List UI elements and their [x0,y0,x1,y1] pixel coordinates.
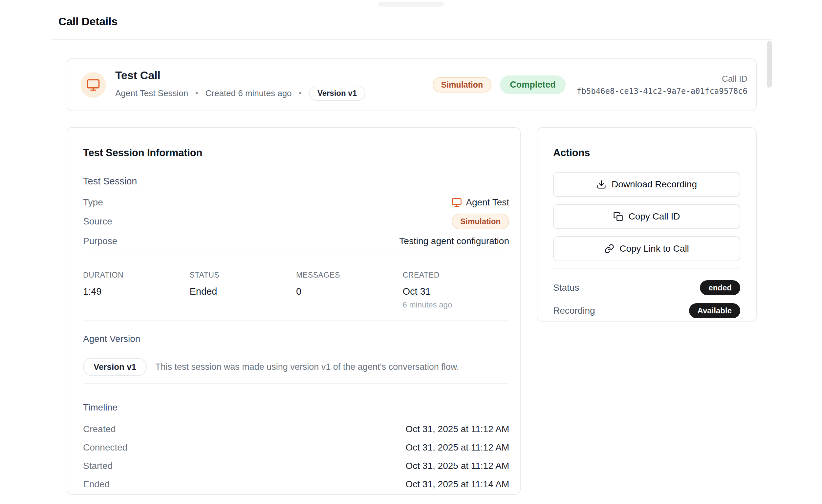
monitor-icon [451,197,462,208]
copy-icon [613,212,623,221]
info-row-type: Type Agent Test [83,197,509,208]
section-divider [83,383,509,384]
stat-label: DURATION [83,271,190,280]
timeline-row-started: Started Oct 31, 2025 at 11:12 AM [83,461,509,471]
status-badge: ended [700,280,740,295]
call-title: Test Call [115,69,365,82]
actions-card: Actions Download Recording Copy Call ID … [537,127,757,322]
recording-badge: Available [689,303,741,318]
button-label: Download Recording [611,179,697,190]
timeline-label: Started [83,461,113,471]
agent-version-heading: Agent Version [83,334,509,344]
purpose-value: Testing agent configuration [399,236,509,246]
info-row-source: Source Simulation [83,213,509,229]
copy-link-to-call-button[interactable]: Copy Link to Call [553,236,740,261]
call-subtitle-created: Created 6 minutes ago [206,88,292,98]
timeline-value: Oct 31, 2025 at 11:12 AM [406,424,509,434]
section-divider [83,256,509,256]
stat-status: STATUS Ended [190,271,297,310]
timeline-label: Created [83,424,116,434]
stat-created: CREATED Oct 31 6 minutes ago [403,271,509,310]
version-badge: Version v1 [309,86,365,101]
section-divider [83,320,509,321]
stat-messages: MESSAGES 0 [296,271,403,310]
stat-value: Oct 31 [403,286,509,297]
status-label: Status [553,283,579,293]
session-info-heading: Test Session Information [83,147,509,159]
timeline-label: Connected [83,442,127,453]
purpose-label: Purpose [83,236,117,246]
source-simulation-badge: Simulation [452,213,509,229]
stat-created-relative: 6 minutes ago [403,300,509,310]
timeline-row-created: Created Oct 31, 2025 at 11:12 AM [83,424,509,434]
status-row: Status ended [553,280,740,295]
bullet-separator: • [195,89,198,98]
simulation-badge: Simulation [433,77,492,92]
header-divider [51,39,772,40]
timeline-heading: Timeline [83,402,509,413]
page-title: Call Details [58,15,117,28]
timeline-value: Oct 31, 2025 at 11:14 AM [406,479,509,490]
stat-label: MESSAGES [296,271,403,280]
agent-version-badge: Version v1 [83,358,147,376]
type-label: Type [83,197,103,208]
agent-version-row: Version v1 This test session was made us… [83,358,509,376]
timeline-row-connected: Connected Oct 31, 2025 at 11:12 AM [83,442,509,453]
stat-value: 1:49 [83,286,190,297]
recording-label: Recording [553,306,595,316]
agent-version-description: This test session was made using version… [155,362,459,372]
timeline-row-ended: Ended Oct 31, 2025 at 11:14 AM [83,479,509,490]
button-label: Copy Call ID [628,211,680,222]
type-value: Agent Test [466,197,509,208]
timeline-value: Oct 31, 2025 at 11:12 AM [406,442,509,453]
session-info-subheading: Test Session [83,176,509,187]
timeline-value: Oct 31, 2025 at 11:12 AM [406,461,509,471]
link-icon [604,244,614,254]
call-id-label: Call ID [577,74,748,84]
test-session-info-card: Test Session Information Test Session Ty… [67,127,521,495]
call-type-avatar [80,72,106,98]
section-divider [553,269,740,269]
download-icon [596,179,606,189]
stat-value: Ended [190,286,297,297]
call-stats: DURATION 1:49 STATUS Ended MESSAGES 0 CR… [83,271,509,310]
completed-badge: Completed [500,75,565,94]
stat-label: CREATED [403,271,509,280]
stat-label: STATUS [190,271,297,280]
call-summary-card: Test Call Agent Test Session • Created 6… [67,58,757,111]
monitor-icon [86,78,100,92]
source-label: Source [83,216,112,227]
copy-call-id-button[interactable]: Copy Call ID [553,204,740,229]
call-id-value: fb5b46e8-ce13-41c2-9a7e-a01fca9578c6 [577,87,748,96]
stat-value: 0 [296,286,403,297]
button-label: Copy Link to Call [620,243,689,254]
timeline-label: Ended [83,479,110,490]
actions-heading: Actions [553,147,740,159]
download-recording-button[interactable]: Download Recording [553,172,740,197]
bullet-separator: • [299,89,302,98]
modal-drag-handle[interactable] [378,2,444,7]
call-subtitle-session: Agent Test Session [115,88,188,98]
info-row-purpose: Purpose Testing agent configuration [83,236,509,246]
vertical-scrollbar-thumb[interactable] [767,41,772,88]
stat-duration: DURATION 1:49 [83,271,190,310]
recording-row: Recording Available [553,303,740,318]
